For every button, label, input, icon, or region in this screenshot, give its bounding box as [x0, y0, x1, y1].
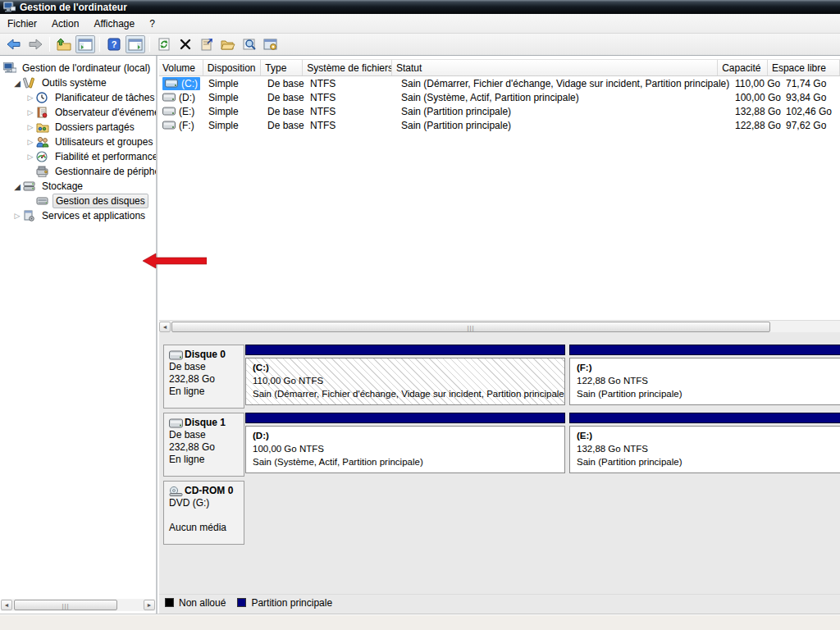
- cell-type: De base: [263, 106, 306, 117]
- disk-status: En ligne: [169, 454, 242, 466]
- volume-icon: [162, 121, 176, 130]
- cdrom-icon: [169, 486, 183, 496]
- collapse-expander-icon[interactable]: ◢: [11, 79, 23, 88]
- customize-button[interactable]: [261, 35, 281, 53]
- tree-item-gestion-des-disques[interactable]: ▷ Gestion des disques: [0, 194, 156, 208]
- open-button[interactable]: [218, 35, 238, 53]
- menu-action[interactable]: Action: [44, 16, 86, 32]
- tree-item-utilisateurs-et-groupes[interactable]: ▷ Utilisateurs et groupes locaux: [0, 135, 156, 149]
- tree-item-outils-systeme[interactable]: ◢ Outils système: [0, 75, 156, 90]
- help-button[interactable]: ?: [104, 35, 124, 53]
- column-header-capacite[interactable]: Capacité: [718, 60, 768, 75]
- volume-icon: [162, 107, 176, 116]
- cell-disposition: Simple: [204, 92, 263, 103]
- menu-help[interactable]: ?: [142, 16, 162, 32]
- tree-item-gestionnaire-de-peripheriques[interactable]: ▷ Gestionnaire de périphériques: [0, 164, 156, 179]
- partition-d[interactable]: (D:) 100,00 Go NTFS Sain (Système, Actif…: [245, 413, 565, 477]
- tree-item-fiabilite-et-performance[interactable]: ▷ Fiabilité et performance: [0, 149, 156, 164]
- delete-icon: [180, 39, 191, 50]
- disk0-label-block[interactable]: Disque 0 De base 232,88 Go En ligne: [163, 345, 244, 409]
- volume-row-e[interactable]: (E:) Simple De base NTFS Sain (Partition…: [159, 104, 840, 118]
- partition-color-strip: [245, 413, 565, 423]
- tree-item-label: Services et applications: [39, 209, 148, 222]
- partition-e[interactable]: (E:) 132,88 Go NTFS Sain (Partition prin…: [569, 413, 840, 477]
- cell-type: De base: [263, 120, 306, 131]
- scrollbar-thumb[interactable]: |||: [14, 600, 117, 610]
- tree-item-label: Dossiers partagés: [52, 121, 137, 134]
- show-action-pane-button[interactable]: [126, 35, 145, 53]
- volume-list: Volume Disposition Type Système de fichi…: [159, 56, 840, 320]
- scroll-left-button[interactable]: ◄: [1, 600, 12, 610]
- tree-item-dossiers-partages[interactable]: ▷ Dossiers partagés: [0, 120, 156, 135]
- forward-button[interactable]: [25, 35, 45, 53]
- tree-hscrollbar[interactable]: ◄ ||| ►: [1, 599, 155, 611]
- disk-row-1: Disque 1 De base 232,88 Go En ligne (D:)…: [159, 413, 840, 477]
- tree-item-stockage[interactable]: ◢ Stockage: [0, 179, 156, 194]
- back-button[interactable]: [4, 35, 24, 53]
- volume-row-c[interactable]: (C:) Simple De base NTFS Sain (Démarrer,…: [159, 76, 840, 90]
- partition-status: Sain (Partition principale): [577, 387, 840, 400]
- menu-affichage[interactable]: Affichage: [86, 16, 142, 32]
- tree-item-computer-management[interactable]: Gestion de l'ordinateur (local): [0, 61, 156, 75]
- show-console-tree-button[interactable]: [75, 35, 95, 53]
- partition-f[interactable]: (F:) 122,88 Go NTFS Sain (Partition prin…: [569, 345, 840, 409]
- column-header-type[interactable]: Type: [261, 60, 303, 75]
- disk-name: CD-ROM 0: [185, 485, 233, 497]
- scrollbar-grip: |||: [467, 324, 474, 331]
- scrollbar-thumb[interactable]: |||: [171, 322, 770, 332]
- column-header-filesystem[interactable]: Système de fichiers: [303, 60, 392, 75]
- volume-name: (D:): [179, 92, 195, 103]
- expand-expander-icon[interactable]: ▷: [25, 108, 36, 116]
- title-bar[interactable]: Gestion de l'ordinateur: [0, 0, 840, 14]
- partition-color-strip: [569, 413, 840, 423]
- cell-statut: Sain (Partition principale): [397, 120, 731, 131]
- column-header-volume[interactable]: Volume: [159, 60, 203, 75]
- tree-item-label: Gestion de l'ordinateur (local): [20, 62, 153, 75]
- delete-button[interactable]: [176, 35, 195, 53]
- tree-item-label: Outils système: [39, 76, 109, 89]
- column-header-statut[interactable]: Statut: [392, 60, 718, 75]
- volume-row-f[interactable]: (F:) Simple De base NTFS Sain (Partition…: [159, 118, 840, 132]
- cell-disposition: Simple: [204, 106, 263, 117]
- scroll-right-button[interactable]: ►: [144, 600, 155, 610]
- cell-type: De base: [263, 92, 306, 103]
- column-header-disposition[interactable]: Disposition: [203, 60, 262, 75]
- refresh-button[interactable]: [154, 35, 174, 53]
- menu-fichier[interactable]: Fichier: [0, 16, 44, 32]
- tree-item-planificateur-de-taches[interactable]: ▷ Planificateur de tâches: [0, 90, 156, 105]
- volume-list-hscrollbar[interactable]: ◄ |||: [159, 320, 840, 332]
- tree-item-services-et-applications[interactable]: ▷ Services et applications: [0, 208, 156, 223]
- cell-disposition: Simple: [204, 120, 263, 131]
- expand-expander-icon[interactable]: ▷: [25, 94, 36, 102]
- legend-unallocated-label: Non alloué: [179, 597, 226, 609]
- collapse-expander-icon[interactable]: ◢: [11, 182, 23, 191]
- hard-disk-icon: [169, 418, 183, 428]
- legend-unallocated-swatch: [165, 598, 174, 607]
- properties-button[interactable]: [197, 35, 217, 53]
- find-button[interactable]: [240, 35, 259, 53]
- menu-bar: Fichier Action Affichage ?: [0, 14, 840, 34]
- toolbar-separator: [99, 37, 100, 52]
- partition-c[interactable]: (C:) 110,00 Go NTFS Sain (Démarrer, Fich…: [245, 345, 565, 409]
- up-folder-button[interactable]: [54, 35, 74, 53]
- cell-capacite: 132,88 Go: [731, 106, 782, 117]
- cdrom-label-block[interactable]: CD-ROM 0 DVD (G:) Aucun média: [163, 481, 244, 545]
- svg-text:?: ?: [112, 39, 117, 49]
- toolbar-separator: [49, 37, 50, 52]
- expand-expander-icon[interactable]: ▷: [11, 212, 23, 220]
- volume-row-d[interactable]: (D:) Simple De base NTFS Sain (Système, …: [159, 90, 840, 104]
- expand-expander-icon[interactable]: ▷: [25, 123, 36, 131]
- volume-icon: [165, 79, 178, 88]
- console-tree-icon: [78, 39, 93, 51]
- graphical-view: Disque 0 De base 232,88 Go En ligne (C:)…: [159, 332, 840, 614]
- tree-item-observateur-evenements[interactable]: ▷ Observateur d'événements: [0, 105, 156, 120]
- expand-expander-icon[interactable]: ▷: [25, 153, 36, 161]
- disk1-label-block[interactable]: Disque 1 De base 232,88 Go En ligne: [163, 413, 244, 477]
- action-pane-icon: [128, 39, 143, 51]
- partition-label: (E:): [577, 429, 840, 442]
- expand-expander-icon[interactable]: ▷: [25, 138, 36, 146]
- window-computer-icon: [3, 2, 16, 12]
- partition-status: Sain (Système, Actif, Partition principa…: [253, 455, 564, 468]
- scroll-left-button[interactable]: ◄: [159, 322, 171, 332]
- column-header-espace-libre[interactable]: Espace libre: [768, 60, 840, 75]
